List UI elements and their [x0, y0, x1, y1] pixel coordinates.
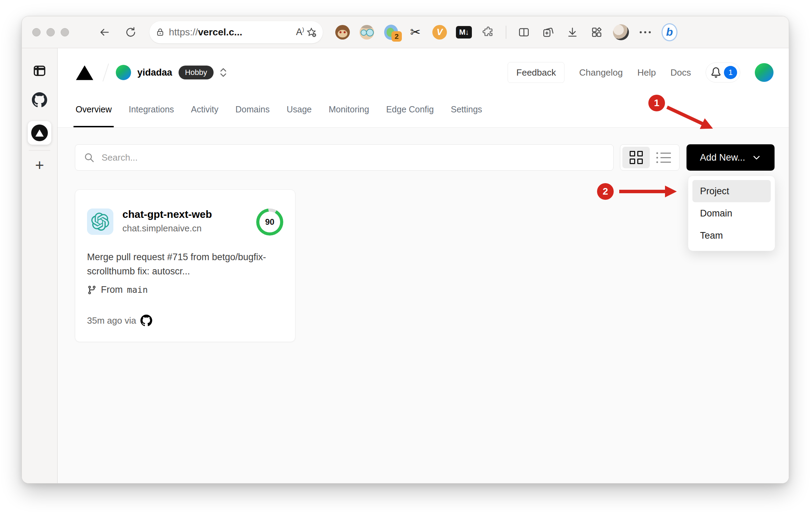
user-avatar[interactable] — [755, 63, 774, 82]
toolbar-divider — [506, 26, 506, 39]
bell-icon — [711, 67, 721, 78]
tab-edge-config[interactable]: Edge Config — [386, 91, 434, 127]
markdown-extension-icon[interactable]: M↓ — [456, 24, 472, 40]
sidebar-divider — [29, 150, 50, 151]
help-link[interactable]: Help — [637, 67, 656, 78]
clipper-extension-icon[interactable]: ✂ — [407, 24, 423, 40]
search-box[interactable] — [75, 144, 614, 171]
vercel-header: yidadaa Hobby Feedback Changelog Help Do… — [58, 48, 789, 128]
dashboard-content: Add New... chat-gpt-next-web chat.simple… — [58, 128, 789, 483]
close-window-button[interactable] — [32, 28, 41, 36]
tab-activity[interactable]: Activity — [191, 91, 218, 127]
github-icon — [140, 315, 152, 326]
apps-layout-icon[interactable] — [589, 24, 605, 40]
annotation-step-2: 2 — [597, 183, 614, 200]
search-icon — [84, 152, 95, 163]
download-icon[interactable] — [564, 24, 580, 40]
browser-window: https://vercel.c... A) 2 ✂ V M↓ — [21, 16, 789, 484]
tab-monitoring[interactable]: Monitoring — [329, 91, 369, 127]
search-input[interactable] — [102, 152, 605, 163]
vercel-app-icon — [31, 125, 48, 141]
puzzle-extensions-icon[interactable] — [480, 24, 496, 40]
window-controls[interactable] — [32, 28, 69, 36]
reload-button[interactable] — [122, 24, 139, 41]
github-sidebar-icon[interactable] — [32, 92, 47, 108]
team-switcher-icon[interactable] — [219, 68, 227, 77]
project-card[interactable]: chat-gpt-next-web chat.simplenaive.cn 90… — [75, 189, 295, 342]
v-extension-icon[interactable]: V — [432, 24, 448, 40]
profile-avatar[interactable] — [613, 24, 629, 40]
feedback-button[interactable]: Feedback — [508, 62, 564, 83]
team-name[interactable]: yidadaa — [137, 67, 172, 78]
tab-domains[interactable]: Domains — [235, 91, 270, 127]
notification-count-badge: 1 — [724, 66, 737, 79]
breadcrumb-slash — [103, 63, 109, 82]
docs-link[interactable]: Docs — [671, 67, 691, 78]
zoom-window-button[interactable] — [61, 28, 69, 36]
tab-usage[interactable]: Usage — [287, 91, 312, 127]
branch-row: From main — [87, 284, 283, 295]
sidebar-toggle-icon[interactable] — [32, 63, 47, 79]
reload-icon — [125, 26, 137, 38]
add-new-dropdown: Project Domain Team — [688, 176, 775, 251]
deployment-meta: 35m ago via — [87, 315, 283, 326]
project-logo — [87, 208, 113, 235]
edge-sidebar: + — [22, 48, 58, 483]
vercel-page: yidadaa Hobby Feedback Changelog Help Do… — [58, 48, 789, 483]
deployment-time: 35m ago via — [87, 315, 136, 326]
dropdown-item-team[interactable]: Team — [692, 224, 771, 247]
view-toggle — [620, 144, 680, 171]
project-domain[interactable]: chat.simplenaive.cn — [122, 223, 212, 234]
collections-icon[interactable] — [540, 24, 556, 40]
changelog-link[interactable]: Changelog — [579, 67, 623, 78]
extensions-row: 2 ✂ V M↓ b — [335, 24, 677, 40]
split-screen-icon[interactable] — [516, 24, 532, 40]
openai-logo-icon — [91, 213, 109, 231]
browser-toolbar: https://vercel.c... A) 2 ✂ V M↓ — [22, 16, 789, 48]
avatar-extension-icon[interactable] — [359, 24, 375, 40]
branch-prefix: From — [101, 284, 123, 295]
lighthouse-score-value: 90 — [259, 212, 280, 232]
list-view-button[interactable] — [650, 147, 677, 168]
list-view-icon — [656, 152, 671, 163]
notifications-button[interactable]: 1 — [706, 62, 740, 83]
git-branch-icon — [87, 285, 97, 295]
annotation-step-1: 1 — [648, 95, 665, 111]
url-text: https://vercel.c... — [169, 27, 294, 38]
tab-integrations[interactable]: Integrations — [129, 91, 174, 127]
address-bar[interactable]: https://vercel.c... A) — [149, 21, 323, 43]
read-aloud-icon[interactable]: A) — [296, 27, 304, 37]
translator-extension-icon[interactable]: 2 — [383, 24, 399, 40]
tampermonkey-extension-icon[interactable] — [335, 24, 351, 40]
extension-badge: 2 — [391, 31, 402, 42]
minimize-window-button[interactable] — [46, 28, 55, 36]
lighthouse-score-ring: 90 — [256, 208, 283, 236]
vercel-logo-icon[interactable] — [76, 64, 94, 81]
back-button[interactable] — [96, 24, 113, 41]
add-new-button[interactable]: Add New... — [686, 144, 775, 171]
back-arrow-icon — [98, 26, 110, 38]
more-menu-icon[interactable] — [637, 24, 653, 40]
lock-icon — [156, 27, 165, 37]
tab-overview[interactable]: Overview — [76, 91, 112, 127]
dropdown-item-domain[interactable]: Domain — [692, 202, 771, 224]
project-name[interactable]: chat-gpt-next-web — [122, 208, 212, 220]
favorite-star-icon[interactable] — [306, 27, 317, 37]
grid-view-icon — [630, 151, 643, 164]
dropdown-item-project[interactable]: Project — [692, 180, 771, 202]
vercel-sidebar-tile[interactable] — [28, 121, 51, 145]
add-sidebar-item-button[interactable]: + — [35, 157, 44, 173]
branch-name: main — [127, 285, 148, 295]
deployment-commit-message: Merge pull request #715 from betgo/bugfi… — [87, 250, 281, 278]
bing-chat-icon[interactable]: b — [662, 24, 677, 40]
tab-settings[interactable]: Settings — [451, 91, 482, 127]
plan-badge: Hobby — [179, 66, 214, 79]
chevron-down-icon — [752, 153, 761, 162]
team-avatar[interactable] — [116, 65, 131, 80]
grid-view-button[interactable] — [622, 147, 650, 168]
